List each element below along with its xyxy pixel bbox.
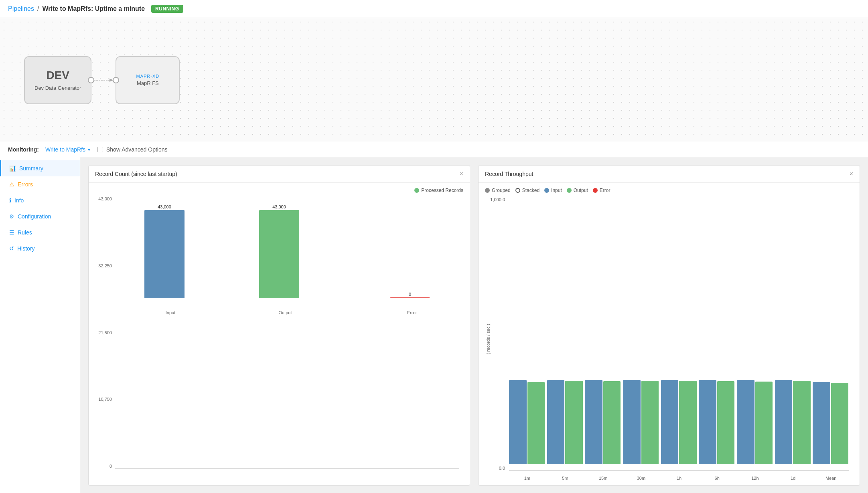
error-dot bbox=[593, 188, 598, 193]
breadcrumb-separator: / bbox=[37, 5, 39, 12]
t-bar-1m-input bbox=[509, 380, 527, 464]
t-bar-mean-output bbox=[831, 383, 849, 464]
charts-area: Record Count (since last startup) × Proc… bbox=[80, 157, 868, 493]
record-count-chart-body: Processed Records 43,000 32,250 21,500 1… bbox=[89, 183, 470, 485]
sidebar-item-errors[interactable]: ⚠ Errors bbox=[0, 176, 80, 192]
x-label-error: Error bbox=[337, 310, 463, 315]
t-bar-12h-output bbox=[755, 382, 773, 464]
t-bar-6h-input bbox=[699, 380, 716, 464]
throughput-x-labels: 1m 5m 15m 30m 1h 6h 12h 1d Mean bbox=[485, 474, 853, 481]
x-axis-labels: Input Output Error bbox=[95, 310, 463, 315]
throughput-chart-close[interactable]: × bbox=[850, 170, 853, 178]
mapr-node-label: MapR FS bbox=[137, 80, 159, 86]
processed-records-label: Processed Records bbox=[421, 188, 463, 193]
show-advanced-text: Show Advanced Options bbox=[106, 146, 168, 153]
throughput-chart-body: Grouped Stacked Input Output bbox=[479, 183, 860, 485]
y-label-bottom: 0 bbox=[110, 464, 112, 469]
mapr-logo: MAPR-XD bbox=[136, 74, 159, 79]
record-count-chart-header: Record Count (since last startup) × bbox=[89, 166, 470, 183]
sidebar-item-configuration[interactable]: ⚙ Configuration bbox=[0, 208, 80, 224]
output-dot bbox=[567, 188, 572, 193]
info-icon: ℹ bbox=[9, 197, 11, 204]
stacked-dot bbox=[515, 188, 520, 193]
mapr-logo-suffix: XD bbox=[152, 74, 159, 79]
t-bar-12h-input bbox=[737, 380, 754, 464]
t-bar-1d-output bbox=[793, 381, 811, 464]
mapr-node-input-port[interactable] bbox=[113, 77, 119, 83]
show-advanced-label[interactable]: Show Advanced Options bbox=[97, 146, 168, 153]
sidebar-item-summary[interactable]: 📊 Summary bbox=[0, 160, 80, 176]
legend-input: Input bbox=[544, 188, 562, 193]
sidebar-item-history[interactable]: ↺ History bbox=[0, 240, 80, 257]
monitoring-pipeline-select[interactable]: Write to MapRfs ▼ bbox=[45, 146, 91, 153]
dev-node-label: Dev Data Generator bbox=[34, 85, 81, 91]
legend-output: Output bbox=[567, 188, 588, 193]
t-bar-1m bbox=[509, 380, 546, 464]
t-bar-5m bbox=[547, 380, 584, 464]
running-badge: RUNNING bbox=[151, 5, 183, 13]
throughput-chart-title: Record Throughput bbox=[485, 171, 533, 177]
grouped-dot bbox=[485, 188, 490, 193]
input-bar bbox=[144, 210, 185, 298]
bar-chart-icon: 📊 bbox=[9, 165, 16, 172]
t-bar-15m-output bbox=[603, 381, 621, 464]
sidebar-label-configuration: Configuration bbox=[18, 213, 51, 220]
sidebar: 📊 Summary ⚠ Errors ℹ Info ⚙ Configuratio… bbox=[0, 157, 80, 493]
y-label-3: 21,500 bbox=[98, 330, 112, 335]
chevron-down-icon: ▼ bbox=[87, 147, 91, 152]
bar-chart-area: 43,000 32,250 21,500 10,750 0 43, bbox=[95, 196, 463, 481]
sidebar-label-errors: Errors bbox=[18, 181, 33, 188]
t-x-1m: 1m bbox=[509, 476, 546, 481]
pipelines-link[interactable]: Pipelines bbox=[8, 5, 34, 12]
throughput-bars bbox=[485, 197, 853, 474]
t-x-15m: 15m bbox=[585, 476, 621, 481]
bar-group-output: 43,000 bbox=[230, 204, 329, 298]
output-label: Output bbox=[574, 188, 588, 193]
grouped-label: Grouped bbox=[492, 188, 511, 193]
throughput-legend: Grouped Stacked Input Output bbox=[485, 188, 853, 193]
monitoring-label: Monitoring: bbox=[8, 146, 39, 153]
t-bar-30m bbox=[623, 380, 659, 464]
dev-node[interactable]: DEV Dev Data Generator bbox=[24, 56, 91, 104]
record-count-chart-title: Record Count (since last startup) bbox=[95, 171, 177, 177]
gear-icon: ⚙ bbox=[9, 213, 14, 220]
main-content: 📊 Summary ⚠ Errors ℹ Info ⚙ Configuratio… bbox=[0, 157, 868, 493]
x-label-input: Input bbox=[115, 310, 222, 315]
list-icon: ☰ bbox=[9, 229, 14, 236]
t-bar-1d bbox=[775, 380, 811, 464]
t-bar-mean-input bbox=[813, 382, 830, 464]
bar-chart: 43,000 43,000 0 bbox=[95, 196, 463, 310]
bar-group-error: 0 bbox=[361, 292, 459, 298]
legend-processed-records: Processed Records bbox=[414, 188, 463, 193]
warning-icon: ⚠ bbox=[9, 181, 14, 188]
show-advanced-checkbox[interactable] bbox=[97, 147, 103, 152]
output-bar-value: 43,000 bbox=[272, 204, 286, 209]
record-count-chart-close[interactable]: × bbox=[460, 170, 463, 178]
t-x-1h: 1h bbox=[661, 476, 698, 481]
sidebar-label-history: History bbox=[17, 245, 35, 252]
t-bar-6h bbox=[699, 380, 735, 464]
record-count-chart: Record Count (since last startup) × Proc… bbox=[88, 165, 470, 486]
dev-node-output-port[interactable] bbox=[88, 77, 94, 83]
throughput-chart: Record Throughput × Grouped Stacked bbox=[478, 165, 860, 486]
processed-records-dot bbox=[414, 188, 419, 193]
t-x-1d: 1d bbox=[775, 476, 811, 481]
t-bar-1m-output bbox=[527, 382, 545, 464]
pipeline-connector bbox=[91, 76, 116, 84]
t-x-12h: 12h bbox=[737, 476, 773, 481]
sidebar-item-rules[interactable]: ☰ Rules bbox=[0, 224, 80, 240]
t-bar-5m-input bbox=[547, 380, 565, 464]
error-label: Error bbox=[600, 188, 610, 193]
t-bar-30m-input bbox=[623, 380, 641, 464]
t-bar-5m-output bbox=[565, 381, 583, 464]
monitoring-select-label: Write to MapRfs bbox=[45, 146, 85, 153]
mapr-node[interactable]: MAPR-XD MapR FS bbox=[116, 56, 180, 104]
sidebar-item-info[interactable]: ℹ Info bbox=[0, 192, 80, 208]
t-bar-30m-output bbox=[641, 381, 659, 464]
throughput-chart-header: Record Throughput × bbox=[479, 166, 860, 183]
pipeline-canvas: DEV Dev Data Generator MAPR-XD MapR FS bbox=[0, 18, 868, 142]
dev-node-icon: DEV bbox=[46, 69, 69, 82]
t-bar-1h bbox=[661, 380, 698, 464]
error-bar bbox=[390, 297, 430, 298]
t-x-5m: 5m bbox=[547, 476, 584, 481]
